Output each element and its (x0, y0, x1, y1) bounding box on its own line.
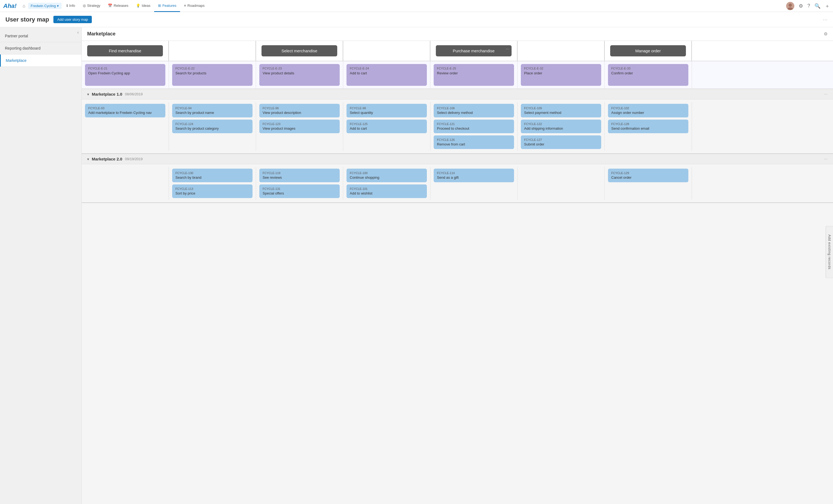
sidebar-item-reporting-dashboard[interactable]: Reporting dashboard (0, 42, 81, 54)
story-map-header: Marketplace ⚙ (82, 27, 833, 41)
story-card-113[interactable]: FCYCLE-113 Sort by price (172, 185, 253, 198)
release-header-2: ▾ Marketplace 2.0 09/19/2019 ⋯ (82, 154, 833, 164)
epic-select-merchandise[interactable]: Select merchandise (262, 45, 337, 56)
story-card-126[interactable]: FCYCLE-126 Remove from cart (434, 136, 514, 149)
story-card-93[interactable]: FCYCLE-93 Add marketplace to Fredwin Cyc… (85, 104, 165, 117)
card-id: FCYCLE-106 (437, 106, 511, 110)
card-id: FCYCLE-E-24 (350, 67, 424, 70)
card-title: View product description (263, 111, 336, 115)
avatar[interactable] (786, 2, 794, 10)
nav-item-roadmaps[interactable]: ≡ Roadmaps (180, 0, 208, 12)
feature-col-5: FCYCLE-E-25 Review order (430, 61, 518, 89)
story-card-131[interactable]: FCYCLE-131 Special offers (259, 185, 340, 198)
story-col-1-7: FCYCLE-102 Assign order number FCYCLE-12… (605, 102, 692, 151)
search-icon[interactable]: 🔍 (814, 3, 820, 9)
feature-col-3: FCYCLE-E-23 View product details (256, 61, 343, 89)
card-title: Remove from cart (437, 142, 511, 146)
release-more-button-2[interactable]: ⋯ (824, 157, 828, 161)
card-title: Continue shopping (350, 175, 424, 179)
sidebar-item-label: Marketplace (6, 58, 26, 63)
story-card-106[interactable]: FCYCLE-106 Select delivery method (434, 104, 514, 117)
add-icon[interactable]: ＋ (825, 3, 830, 9)
sidebar: ‹ Partner portal Reporting dashboard Mar… (0, 27, 82, 504)
card-id: FCYCLE-123 (263, 122, 336, 126)
nav-item-info[interactable]: ℹ Info (63, 0, 79, 12)
add-existing-records-tab[interactable]: Add existing records (826, 226, 833, 278)
story-card-128[interactable]: FCYCLE-128 Send confirmation email (608, 120, 688, 133)
card-title: Assign order number (611, 111, 685, 115)
strategy-nav-icon: ◎ (83, 3, 86, 8)
more-options-button[interactable]: ⋯ (823, 17, 828, 23)
story-card-98[interactable]: FCYCLE-98 Select quantity (347, 104, 427, 117)
card-id: FCYCLE-122 (524, 122, 598, 126)
sidebar-item-partner-portal[interactable]: Partner portal (0, 30, 81, 42)
card-id: FCYCLE-98 (350, 106, 424, 110)
chevron-collapse-icon-2[interactable]: ▾ (87, 157, 89, 161)
card-id: FCYCLE-E-22 (175, 67, 249, 70)
card-id: FCYCLE-101 (350, 187, 424, 190)
feature-card-e33[interactable]: FCYCLE-E-33 Confirm order (608, 64, 688, 86)
story-card-122[interactable]: FCYCLE-122 Add shipping information (521, 120, 601, 133)
story-card-100[interactable]: FCYCLE-100 Continue shopping (347, 169, 427, 182)
epic-cell-manage: Manage order (605, 41, 692, 61)
release-more-button-1[interactable]: ⋯ (824, 92, 828, 96)
feature-card-e25[interactable]: FCYCLE-E-25 Review order (434, 64, 514, 86)
card-title: View product images (263, 126, 336, 130)
sidebar-collapse-icon[interactable]: ‹ (77, 30, 79, 35)
page-title: User story map (5, 16, 49, 23)
card-title: Select payment method (524, 111, 598, 115)
story-card-123[interactable]: FCYCLE-123 View product images (259, 120, 340, 133)
card-title: See reviews (263, 175, 336, 179)
add-user-story-map-button[interactable]: Add user story map (53, 16, 92, 23)
epic-find-merchandise[interactable]: Find merchandise (87, 45, 163, 56)
story-card-114[interactable]: FCYCLE-114 Send as a gift (434, 169, 514, 182)
story-card-119[interactable]: FCYCLE-119 See reviews (259, 169, 340, 182)
logo[interactable]: Aha! (3, 2, 17, 9)
story-card-102[interactable]: FCYCLE-102 Assign order number (608, 104, 688, 117)
story-card-101[interactable]: FCYCLE-101 Add to wishlist (347, 185, 427, 198)
epic-manage-order[interactable]: Manage order (610, 45, 686, 56)
story-card-124[interactable]: FCYCLE-124 Search by product category (172, 120, 253, 133)
story-card-94[interactable]: FCYCLE-94 Search by product name (172, 104, 253, 117)
story-card-125[interactable]: FCYCLE-125 Add to cart (347, 120, 427, 133)
settings-icon[interactable]: ⚙ (799, 3, 803, 9)
feature-card-e23[interactable]: FCYCLE-E-23 View product details (259, 64, 340, 86)
story-card-129[interactable]: FCYCLE-129 Cancel order (608, 169, 688, 182)
story-card-130[interactable]: FCYCLE-130 Search by brand (172, 169, 253, 182)
release-name-1: Marketplace 1.0 (92, 92, 122, 96)
story-card-127[interactable]: FCYCLE-127 Submit order (521, 136, 601, 149)
sidebar-item-label: Reporting dashboard (5, 46, 41, 50)
story-card-96[interactable]: FCYCLE-96 View product description (259, 104, 340, 117)
story-card-121[interactable]: FCYCLE-121 Proceed to checkout (434, 120, 514, 133)
sidebar-item-marketplace[interactable]: Marketplace (0, 54, 81, 67)
releases-nav-icon: 📅 (108, 3, 112, 8)
feature-card-e21[interactable]: FCYCLE-E-21 Open Fredwin Cycling app (85, 64, 165, 86)
story-col-2-5: FCYCLE-114 Send as a gift (430, 167, 518, 200)
product-selector[interactable]: Fredwin Cycling ▾ (28, 3, 62, 9)
card-title: Open Fredwin Cycling app (88, 71, 162, 75)
nav-item-features[interactable]: ⊞ Features (154, 0, 180, 12)
home-icon[interactable]: ⌂ (20, 3, 28, 8)
story-card-109[interactable]: FCYCLE-109 Select payment method (521, 104, 601, 117)
nav-item-releases[interactable]: 📅 Releases (104, 0, 132, 12)
nav-item-ideas[interactable]: 💡 Ideas (132, 0, 154, 12)
story-col-2-4: FCYCLE-100 Continue shopping FCYCLE-101 … (343, 167, 430, 200)
story-map-settings-icon[interactable]: ⚙ (824, 31, 828, 37)
chevron-collapse-icon[interactable]: ▾ (87, 92, 89, 96)
help-icon[interactable]: ? (807, 3, 810, 9)
feature-card-e32[interactable]: FCYCLE-E-32 Place order (521, 64, 601, 86)
card-id: FCYCLE-124 (175, 122, 249, 126)
card-title: Add to cart (350, 126, 424, 130)
nav-item-strategy[interactable]: ◎ Strategy (79, 0, 104, 12)
card-id: FCYCLE-94 (175, 106, 249, 110)
feature-card-e22[interactable]: FCYCLE-E-22 Search for products (172, 64, 253, 86)
card-title: Add to cart (350, 71, 424, 75)
epic-cell-empty-find (169, 41, 256, 61)
story-col-1-5: FCYCLE-106 Select delivery method FCYCLE… (430, 102, 518, 151)
story-col-1-4: FCYCLE-98 Select quantity FCYCLE-125 Add… (343, 102, 430, 151)
epic-cell-empty-purchase (518, 41, 605, 61)
story-col-2-6 (518, 167, 605, 200)
feature-card-e24[interactable]: FCYCLE-E-24 Add to cart (347, 64, 427, 86)
card-id: FCYCLE-E-25 (437, 67, 511, 70)
epic-purchase-merchandise[interactable]: ⋯ Purchase merchandise (436, 45, 511, 56)
